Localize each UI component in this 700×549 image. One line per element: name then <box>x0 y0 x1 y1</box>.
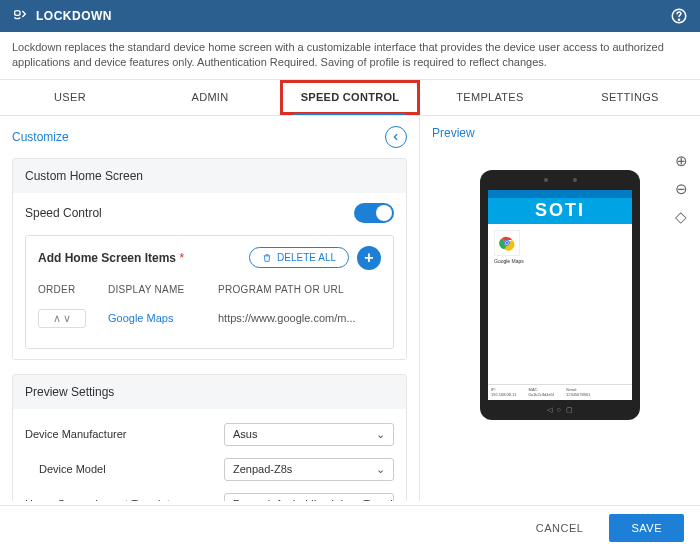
tab-settings[interactable]: SETTINGS <box>560 80 700 115</box>
device-frame: SOTI Google Maps IP:192.168.00.11 MAC:0a… <box>480 170 640 420</box>
svg-point-1 <box>678 19 679 20</box>
manufacturer-value: Asus <box>233 428 257 440</box>
device-nav-bar: ◁○▢ <box>545 406 575 414</box>
model-select[interactable]: Zenpad-Z8s ⌄ <box>224 458 394 481</box>
manufacturer-select[interactable]: Asus ⌄ <box>224 423 394 446</box>
preview-settings-section: Preview Settings Device Manufacturer Asu… <box>12 374 407 501</box>
preview-title: Preview <box>432 126 475 140</box>
home-items-box: Add Home Screen Items * DELETE ALL + <box>25 235 394 349</box>
custom-home-heading: Custom Home Screen <box>13 159 406 193</box>
move-down-icon[interactable]: ∨ <box>63 312 71 325</box>
rotate-icon[interactable]: ◇ <box>675 208 688 226</box>
zoom-in-icon[interactable]: ⊕ <box>675 152 688 170</box>
order-buttons[interactable]: ∧ ∨ <box>38 309 86 328</box>
cancel-button[interactable]: CANCEL <box>524 514 596 542</box>
speed-control-toggle[interactable] <box>354 203 394 223</box>
model-value: Zenpad-Z8s <box>233 463 292 475</box>
trash-icon <box>262 253 272 263</box>
tab-templates[interactable]: TEMPLATES <box>420 80 560 115</box>
col-path: PROGRAM PATH OR URL <box>218 284 381 295</box>
zoom-out-icon[interactable]: ⊖ <box>675 180 688 198</box>
move-up-icon[interactable]: ∧ <box>53 312 61 325</box>
chevron-left-icon <box>391 132 401 142</box>
app-label: Google Maps <box>494 258 626 264</box>
soti-banner: SOTI <box>488 198 632 224</box>
manufacturer-label: Device Manufacturer <box>25 428 127 440</box>
table-row: ∧ ∨ Google Maps https://www.google.com/m… <box>38 299 381 338</box>
toggle-label: Speed Control <box>25 206 102 220</box>
template-value: DynamicAndroidLockdownTempl... <box>233 498 402 501</box>
chevron-down-icon: ⌄ <box>376 463 385 476</box>
delete-all-label: DELETE ALL <box>277 252 336 263</box>
col-order: ORDER <box>38 284 108 295</box>
app-header: LOCKDOWN <box>0 0 700 32</box>
preview-panel: Preview ⊕ ⊖ ◇ SOTI Google Maps IP:192.16… <box>420 116 700 501</box>
footer: CANCEL SAVE <box>0 505 700 549</box>
delete-all-button[interactable]: DELETE ALL <box>249 247 349 268</box>
template-label: Home Screen Layout Template <box>25 498 176 501</box>
row-display-name[interactable]: Google Maps <box>108 312 218 324</box>
preview-tools: ⊕ ⊖ ◇ <box>675 152 688 226</box>
svg-point-5 <box>506 241 509 244</box>
table-header: ORDER DISPLAY NAME PROGRAM PATH OR URL <box>38 280 381 299</box>
device-info-bar: IP:192.168.00.11 MAC:0a1b2c3d4e5f Serial… <box>488 384 632 400</box>
preview-settings-heading: Preview Settings <box>13 375 406 409</box>
help-icon[interactable] <box>670 7 688 25</box>
model-label: Device Model <box>25 463 106 475</box>
items-title: Add Home Screen Items <box>38 251 176 265</box>
collapse-button[interactable] <box>385 126 407 148</box>
status-bar <box>488 190 632 198</box>
add-item-button[interactable]: + <box>357 246 381 270</box>
customize-title: Customize <box>12 130 69 144</box>
description-text: Lockdown replaces the standard device ho… <box>0 32 700 80</box>
row-path: https://www.google.com/m... <box>218 312 381 324</box>
tab-admin[interactable]: ADMIN <box>140 80 280 115</box>
app-icon <box>494 230 520 256</box>
device-screen: SOTI Google Maps IP:192.168.00.11 MAC:0a… <box>488 190 632 400</box>
header-title: LOCKDOWN <box>36 9 112 23</box>
chevron-down-icon: ⌄ <box>376 428 385 441</box>
col-name: DISPLAY NAME <box>108 284 218 295</box>
tab-speed-control[interactable]: SPEED CONTROL <box>280 80 420 115</box>
chrome-icon <box>498 234 516 252</box>
customize-panel: Customize Custom Home Screen Speed Contr… <box>0 116 420 501</box>
custom-home-section: Custom Home Screen Speed Control Add Hom… <box>12 158 407 360</box>
tab-bar: USER ADMIN SPEED CONTROL TEMPLATES SETTI… <box>0 80 700 116</box>
template-select[interactable]: DynamicAndroidLockdownTempl... ⌄ <box>224 493 394 501</box>
required-asterisk: * <box>179 251 184 265</box>
save-button[interactable]: SAVE <box>609 514 684 542</box>
chevron-down-icon: ⌄ <box>402 498 411 501</box>
tab-user[interactable]: USER <box>0 80 140 115</box>
logo-icon <box>12 8 28 24</box>
